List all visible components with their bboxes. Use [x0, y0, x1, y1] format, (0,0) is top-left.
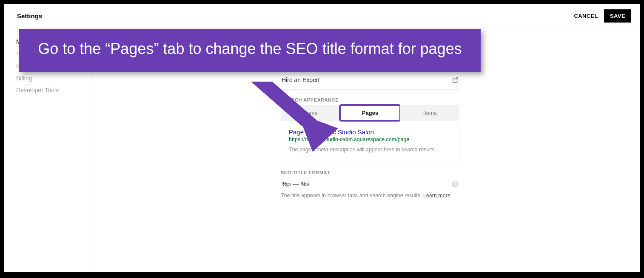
preview-description: The page's meta description will appear … — [289, 147, 451, 153]
annotation-callout: Go to the “Pages” tab to change the SEO … — [19, 29, 481, 72]
preview-title: Page — Organic Studio Salon — [289, 128, 451, 136]
tab-home[interactable]: Home — [281, 105, 340, 121]
help-icon[interactable]: ? — [452, 181, 459, 187]
helper-text-body: The title appears in browser tabs and se… — [281, 193, 423, 199]
cancel-button[interactable]: CANCEL — [574, 13, 598, 19]
save-button[interactable]: SAVE — [604, 9, 631, 23]
topbar-actions: CANCEL SAVE — [574, 9, 631, 23]
search-appearance-tabs: Home Pages Items — [281, 105, 459, 121]
topbar: Settings CANCEL SAVE — [4, 4, 640, 28]
tab-items[interactable]: Items — [400, 105, 459, 121]
page-title: Settings — [17, 12, 42, 20]
search-preview-card: Page — Organic Studio Salon https://orga… — [281, 121, 459, 162]
seo-title-format-value: %p — %s — [282, 180, 310, 187]
tab-pages[interactable]: Pages — [339, 104, 402, 122]
preview-url: https://organic-studio-salon.squarespace… — [289, 136, 451, 142]
row-label: Hire an Expert — [282, 77, 319, 83]
app-window: Settings CANCEL SAVE Marketing Third Par… — [4, 4, 640, 272]
learn-more-link[interactable]: Learn more — [423, 193, 450, 199]
seo-title-format-row[interactable]: %p — %s ? — [281, 178, 459, 190]
row-hire-an-expert[interactable]: Hire an Expert — [281, 71, 459, 90]
section-label-search-appearance: SEARCH APPEARANCE — [281, 97, 459, 102]
external-link-icon — [452, 77, 459, 83]
helper-text: The title appears in browser tabs and se… — [281, 193, 459, 199]
sidebar-item-developer-tools[interactable]: Developer Tools — [16, 84, 86, 96]
section-label-seo-title-format: SEO TITLE FORMAT — [281, 170, 459, 175]
sidebar-item-billing[interactable]: Billing — [16, 72, 86, 84]
